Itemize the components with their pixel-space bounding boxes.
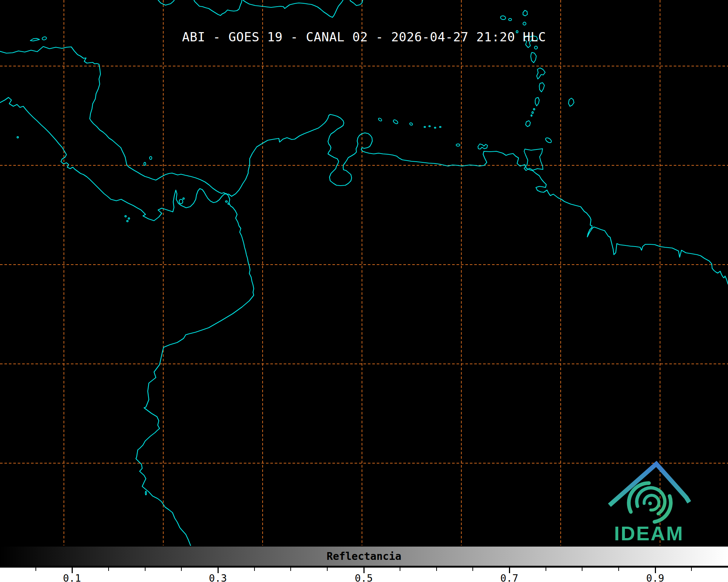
- coastlines: [0, 0, 728, 546]
- island-barbados: [568, 98, 574, 106]
- island-chiriqui-1: [125, 216, 126, 217]
- island-providencia: [150, 156, 152, 159]
- colorbar-tick-label: 0.5: [355, 572, 373, 582]
- island-marie-galante: [534, 46, 537, 49]
- island-montserrat: [523, 22, 526, 25]
- island-los-roques-4: [440, 127, 441, 128]
- island-dominica: [531, 52, 536, 63]
- island-tobago: [545, 137, 552, 144]
- colorbar-minor-tick: [254, 568, 255, 571]
- island-chiriqui-3: [127, 220, 128, 222]
- island-pacific-islet: [17, 137, 18, 138]
- coastline-jamaica-coast: [194, 0, 242, 16]
- logo-hurricane-spiral-icon: [629, 483, 671, 522]
- island-st-vincent: [535, 97, 539, 106]
- colorbar-tick-label: 0.3: [209, 572, 227, 582]
- island-la-tortuga: [456, 144, 460, 146]
- island-coiba: [179, 199, 183, 204]
- coastline-hispaniola-south-coast: [243, 0, 343, 17]
- island-martinique: [537, 68, 545, 79]
- map-canvas: IDEAM: [0, 0, 728, 546]
- colorbar-minor-tick: [400, 568, 400, 571]
- island-chiriqui-4: [183, 198, 184, 199]
- island-aruba: [378, 118, 382, 122]
- island-grenadine-2: [532, 112, 533, 114]
- island-tumaco-islet: [146, 491, 147, 495]
- island-grenada: [526, 121, 530, 127]
- colorbar-tick-label: 0.1: [63, 572, 81, 582]
- island-pearl-1: [226, 201, 228, 202]
- logo-text: IDEAM: [614, 522, 684, 544]
- island-chiriqui-2: [128, 218, 130, 219]
- coastline-hispaniola-east-coast: [350, 0, 363, 6]
- island-trinidad: [524, 149, 543, 171]
- colorbar-label: Reflectancia: [0, 550, 728, 562]
- colorbar-axis: 0.10.30.50.70.9: [0, 568, 728, 582]
- coastline-cuba-southeast-tip: [158, 0, 174, 5]
- island-grenadine-1: [533, 109, 535, 110]
- island-st-martin: [500, 16, 506, 20]
- satellite-image-viewport: IDEAM ABI - GOES 19 - CANAL 02 - 2026-04…: [0, 0, 728, 582]
- island-barbuda: [509, 18, 512, 21]
- colorbar-minor-tick: [108, 568, 109, 571]
- island-grenadine-3: [531, 115, 532, 116]
- colorbar-tick-label: 0.7: [500, 572, 519, 582]
- island-antigua: [523, 10, 527, 16]
- island-margarita: [478, 144, 488, 149]
- image-title: ABI - GOES 19 - CANAL 02 - 2026-04-27 21…: [0, 30, 728, 44]
- ideam-logo: IDEAM: [609, 464, 689, 544]
- colorbar-minor-tick: [472, 568, 473, 571]
- colorbar-minor-tick: [327, 568, 328, 571]
- colorbar-minor-tick: [582, 568, 582, 571]
- colorbar-tick-label: 0.9: [646, 572, 664, 582]
- island-los-roques-3: [434, 127, 436, 128]
- island-bonaire: [409, 122, 413, 125]
- islands: [17, 10, 574, 495]
- island-curacao: [393, 119, 399, 125]
- island-los-roques-2: [429, 126, 430, 127]
- island-los-roques-1: [424, 127, 425, 128]
- colorbar-minor-tick: [618, 568, 619, 571]
- island-pearl-2: [228, 203, 229, 204]
- colorbar-minor-tick: [145, 568, 146, 571]
- colorbar-minor-tick: [691, 568, 692, 571]
- graticule-grid: [0, 0, 728, 545]
- island-san-andres: [144, 162, 146, 165]
- colorbar-minor-tick: [436, 568, 437, 571]
- island-st-lucia: [539, 83, 544, 92]
- colorbar-minor-tick: [546, 568, 546, 571]
- colorbar-minor-tick: [181, 568, 182, 571]
- colorbar-minor-tick: [35, 568, 36, 571]
- colorbar-minor-tick: [290, 568, 291, 571]
